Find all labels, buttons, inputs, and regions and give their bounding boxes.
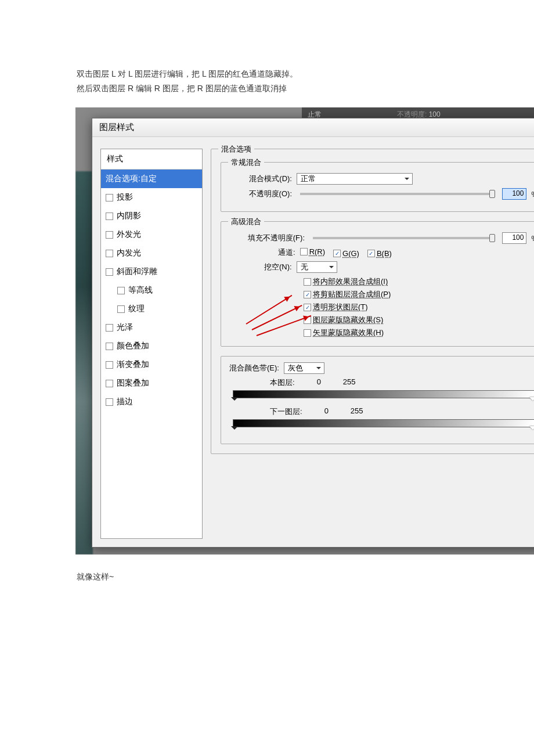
blend-if-group: 混合颜色带(E): 灰色 本图层: 0 255	[221, 356, 534, 444]
style-list-item[interactable]: 等高线	[101, 281, 202, 300]
channel-checkbox[interactable]: R(R)	[300, 247, 325, 256]
blend-mode-combo[interactable]: 正常	[297, 173, 413, 185]
option-label: 图层蒙版隐藏效果(S)	[313, 315, 383, 325]
style-checkbox[interactable]	[106, 194, 113, 201]
style-list-item[interactable]: 图案叠加	[101, 374, 202, 393]
general-blend-label: 常规混合	[228, 157, 264, 168]
percent-label: %	[531, 190, 534, 199]
general-blend-group: 常规混合 混合模式(D): 正常 不透明度(O): 100 %	[221, 162, 534, 212]
channel-label-text: G(G)	[342, 249, 359, 258]
fill-opacity-slider[interactable]	[313, 237, 494, 239]
style-list-item[interactable]: 外发光	[101, 225, 202, 244]
opacity-label: 不透明度(O):	[229, 189, 292, 199]
checkbox-icon: ✓	[367, 250, 375, 257]
style-item-label: 斜面和浮雕	[117, 267, 157, 277]
under-layer-low: 0	[324, 406, 329, 417]
advanced-option[interactable]: 将内部效果混合成组(I)	[304, 276, 534, 287]
blending-options-group: 混合选项 常规混合 混合模式(D): 正常 不透明度(O): 100	[211, 149, 534, 454]
style-checkbox[interactable]	[106, 380, 113, 387]
checkbox-icon: ✓	[304, 291, 311, 298]
blend-if-label: 混合颜色带(E):	[229, 363, 279, 373]
style-list-item[interactable]: 内阴影	[101, 207, 202, 225]
this-white-stop[interactable]	[529, 397, 534, 404]
style-item-label: 内发光	[117, 248, 141, 258]
advanced-blend-label: 高级混合	[228, 217, 264, 227]
this-layer-low: 0	[317, 377, 321, 388]
style-list-item[interactable]: 渐变叠加	[101, 355, 202, 374]
this-layer-label: 本图层:	[270, 377, 295, 388]
style-item-label: 光泽	[117, 322, 133, 333]
opacity-slider[interactable]	[300, 193, 494, 195]
style-list-item[interactable]: 描边	[101, 393, 202, 411]
advanced-option[interactable]: 图层蒙版隐藏效果(S)	[304, 315, 534, 325]
style-list-item[interactable]: 斜面和浮雕	[101, 262, 202, 281]
checkbox-icon: ✓	[304, 304, 311, 311]
style-checkbox[interactable]	[106, 398, 113, 406]
fill-opacity-input[interactable]: 100	[502, 232, 526, 244]
this-layer-high: 255	[343, 377, 356, 388]
percent-label: %	[531, 234, 534, 243]
opacity-input[interactable]: 100	[502, 188, 526, 200]
channel-label-text: R(R)	[309, 247, 325, 256]
dialog-title: 图层样式	[99, 122, 134, 132]
style-list-item[interactable]: 光泽	[101, 318, 202, 337]
style-checkbox[interactable]	[106, 250, 113, 257]
style-checkbox[interactable]	[117, 287, 125, 294]
style-checkbox[interactable]	[117, 305, 125, 313]
opacity-label-partial: 不透明度:	[397, 110, 427, 118]
style-checkbox[interactable]	[106, 268, 113, 276]
blend-if-channel: 灰色	[288, 363, 303, 373]
style-checkbox[interactable]	[106, 343, 113, 350]
opacity-slider-thumb[interactable]	[489, 190, 495, 198]
style-item-label: 投影	[117, 192, 133, 203]
style-checkbox[interactable]	[106, 361, 113, 369]
style-item-label: 内阴影	[117, 211, 141, 221]
channel-label-text: B(B)	[377, 249, 392, 258]
style-checkbox[interactable]	[106, 324, 113, 332]
blend-mode-label: 混合模式(D):	[229, 174, 292, 184]
advanced-option[interactable]: 矢里蒙版隐藏效果(H)	[304, 327, 534, 338]
under-layer-high: 255	[351, 406, 363, 417]
style-checkbox[interactable]	[106, 213, 113, 220]
under-layer-label: 下一图层:	[270, 406, 302, 417]
background-image-strip	[75, 171, 93, 555]
style-list-item[interactable]: 颜色叠加	[101, 337, 202, 355]
style-item-label: 图案叠加	[117, 378, 149, 388]
advanced-option[interactable]: ✓透明形状图层(T)	[304, 302, 534, 312]
checkbox-icon	[300, 248, 308, 255]
option-label: 将内部效果混合成组(I)	[313, 276, 388, 287]
style-checkbox[interactable]	[106, 231, 113, 239]
intro-line-1: 双击图层 L 对 L 图层进行编辑，把 L 图层的红色通道隐藏掉。	[77, 67, 522, 81]
style-item-label: 描边	[117, 397, 133, 407]
checkbox-icon	[304, 278, 311, 286]
style-item-label: 纹理	[128, 304, 145, 314]
style-list-item[interactable]: 内发光	[101, 244, 202, 262]
outro-text: 就像这样~	[0, 555, 534, 699]
knockout-label: 挖空(N):	[264, 262, 292, 272]
blend-if-channel-combo[interactable]: 灰色	[284, 362, 324, 374]
channel-checkbox[interactable]: ✓B(B)	[367, 249, 392, 258]
under-layer-gradient[interactable]	[233, 419, 534, 427]
this-black-stop[interactable]	[231, 397, 238, 404]
style-list-item[interactable]: 混合选项:自定	[101, 170, 202, 188]
this-layer-gradient[interactable]	[233, 390, 534, 398]
style-list-header: 样式	[101, 149, 202, 170]
style-item-label: 外发光	[117, 229, 141, 240]
intro-line-2: 然后双击图层 R 编辑 R 图层，把 R 图层的蓝色通道取消掉	[77, 81, 522, 96]
under-white-stop[interactable]	[529, 426, 534, 433]
style-list-item[interactable]: 纹理	[101, 300, 202, 318]
under-black-stop[interactable]	[231, 426, 238, 433]
style-item-label: 颜色叠加	[117, 341, 149, 351]
channel-label: 通道:	[278, 247, 295, 258]
fill-slider-thumb[interactable]	[489, 234, 495, 242]
option-label: 将剪贴图层混合成组(P)	[313, 289, 391, 300]
knockout-combo[interactable]: 无	[297, 261, 337, 273]
layer-style-dialog: 图层样式 样式 混合选项:自定投影内阴影外发光内发光斜面和浮雕等高线纹理光泽颜色…	[92, 118, 534, 548]
style-list-item[interactable]: 投影	[101, 188, 202, 207]
channel-row: 通道: R(R)✓G(G)✓B(B)	[278, 247, 534, 258]
intro-text: 双击图层 L 对 L 图层进行编辑，把 L 图层的红色通道隐藏掉。 然后双击图层…	[0, 0, 534, 107]
dialog-titlebar: 图层样式	[92, 118, 534, 137]
advanced-option[interactable]: ✓将剪贴图层混合成组(P)	[304, 289, 534, 300]
channel-checkbox[interactable]: ✓G(G)	[333, 249, 359, 258]
option-label: 透明形状图层(T)	[313, 302, 368, 312]
